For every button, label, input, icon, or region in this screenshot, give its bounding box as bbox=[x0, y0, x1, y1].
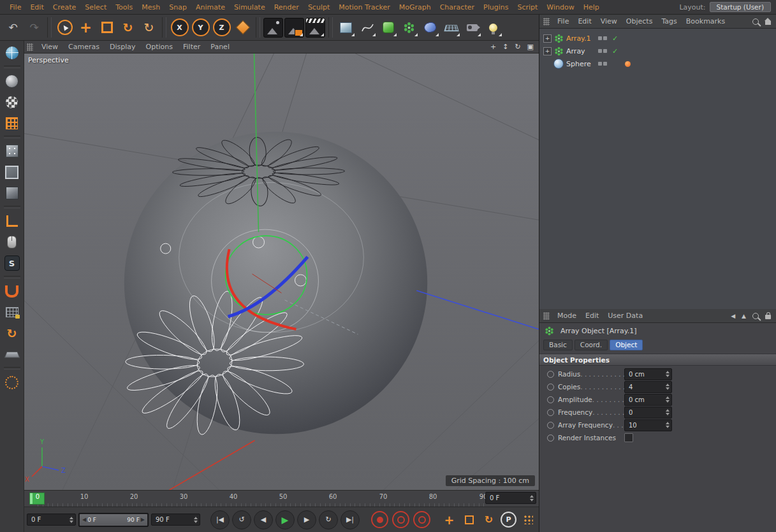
grip-icon[interactable] bbox=[543, 312, 550, 320]
object-properties-header[interactable]: Object Properties bbox=[539, 354, 776, 366]
viewport-canvas[interactable]: Y Z X bbox=[24, 54, 539, 490]
camera-label[interactable]: Perspective bbox=[28, 56, 69, 64]
texture-mode-button[interactable] bbox=[3, 93, 21, 111]
editor-visibility-dot[interactable] bbox=[598, 62, 602, 66]
interactive-render-region-button[interactable] bbox=[3, 373, 21, 391]
object-name[interactable]: Sphere bbox=[566, 60, 591, 68]
key-pla-toggle[interactable] bbox=[520, 512, 537, 528]
menu-character[interactable]: Character bbox=[436, 1, 479, 13]
next-key-button[interactable]: ↻ bbox=[319, 510, 338, 529]
goto-start-button[interactable]: |◀ bbox=[210, 510, 230, 529]
om-menu-edit[interactable]: Edit bbox=[573, 16, 596, 27]
z-axis-lock-button[interactable]: Z bbox=[212, 18, 231, 38]
sphere-object[interactable] bbox=[124, 132, 427, 435]
array-generator-button[interactable] bbox=[399, 18, 419, 38]
current-frame-field[interactable]: 0 F bbox=[27, 514, 76, 526]
expand-icon[interactable]: + bbox=[543, 47, 552, 55]
viewport-menu-panel[interactable]: Panel bbox=[205, 41, 235, 52]
spinner-arrows-icon[interactable] bbox=[530, 495, 534, 501]
range-right-arrow-icon[interactable]: ▶ bbox=[141, 517, 145, 522]
enabled-check-icon[interactable]: ✓ bbox=[612, 47, 618, 55]
tag-orange-dot-icon[interactable] bbox=[625, 61, 631, 67]
om-menu-bookmarks[interactable]: Bookmarks bbox=[682, 16, 729, 27]
history-back-icon[interactable]: ◀ bbox=[731, 313, 735, 319]
menu-window[interactable]: Window bbox=[542, 1, 578, 13]
animation-dot-icon[interactable] bbox=[547, 371, 554, 378]
coordinate-system-button[interactable] bbox=[233, 18, 253, 38]
grip-icon[interactable] bbox=[543, 18, 550, 25]
animation-dot-icon[interactable] bbox=[547, 409, 554, 416]
array-frequency-field[interactable]: 10 bbox=[624, 419, 672, 431]
range-left-arrow-icon[interactable]: ◀ bbox=[82, 517, 86, 522]
pan-view-icon[interactable]: + bbox=[490, 43, 496, 51]
search-icon[interactable] bbox=[752, 313, 759, 319]
key-scale-toggle[interactable] bbox=[460, 512, 478, 528]
render-visibility-dot[interactable] bbox=[603, 49, 607, 53]
menu-animate[interactable]: Animate bbox=[191, 1, 230, 13]
am-menu-userdata[interactable]: User Data bbox=[603, 310, 647, 321]
menu-plugins[interactable]: Plugins bbox=[479, 1, 513, 13]
visibility-toggles[interactable]: ✓ bbox=[598, 34, 618, 43]
plane-mode-button[interactable] bbox=[3, 345, 21, 363]
sds-weight-button[interactable]: S bbox=[3, 254, 21, 272]
workplane-mode-button[interactable] bbox=[3, 114, 21, 132]
spinner-arrows-icon[interactable] bbox=[666, 409, 670, 415]
lock-icon[interactable] bbox=[765, 315, 771, 319]
axis-mode-button[interactable] bbox=[3, 212, 21, 230]
key-rotation-toggle[interactable]: ↻ bbox=[480, 512, 497, 528]
tab-coord[interactable]: Coord. bbox=[575, 340, 608, 350]
content-browser-button[interactable] bbox=[3, 44, 21, 62]
menu-sculpt[interactable]: Sculpt bbox=[304, 1, 334, 13]
om-menu-file[interactable]: File bbox=[553, 16, 573, 27]
autokey-button[interactable] bbox=[392, 511, 409, 528]
menu-mesh[interactable]: Mesh bbox=[137, 1, 165, 13]
visibility-toggles[interactable]: ✓ bbox=[598, 47, 618, 55]
tab-basic[interactable]: Basic bbox=[543, 340, 573, 350]
editor-visibility-dot[interactable] bbox=[598, 49, 602, 53]
viewport-menu-options[interactable]: Options bbox=[141, 41, 178, 52]
camera-button[interactable] bbox=[462, 18, 482, 38]
render-settings-button[interactable] bbox=[305, 18, 325, 38]
parent-up-icon[interactable]: ▲ bbox=[742, 313, 746, 319]
rotate-workplane-button[interactable]: ↻ bbox=[3, 324, 21, 342]
expand-icon[interactable]: + bbox=[543, 34, 552, 43]
render-visibility-dot[interactable] bbox=[603, 62, 607, 66]
polygons-mode-button[interactable] bbox=[3, 184, 21, 202]
end-frame-field[interactable]: 90 F bbox=[151, 514, 200, 526]
rotate-view-icon[interactable]: ↻ bbox=[515, 43, 520, 51]
zoom-view-icon[interactable]: ↕ bbox=[502, 43, 508, 51]
light-button[interactable] bbox=[483, 18, 503, 38]
render-picture-viewer-button[interactable] bbox=[284, 18, 304, 38]
goto-end-button[interactable]: ▶| bbox=[340, 510, 360, 529]
edges-mode-button[interactable] bbox=[3, 163, 21, 181]
snap-button[interactable] bbox=[3, 282, 21, 300]
undo-button[interactable]: ↶ bbox=[3, 18, 23, 38]
spinner-arrows-icon[interactable] bbox=[666, 384, 670, 390]
render-view-button[interactable] bbox=[263, 18, 283, 38]
radius-field[interactable]: 0 cm bbox=[624, 368, 672, 380]
menu-script[interactable]: Script bbox=[513, 1, 542, 13]
amplitude-field[interactable]: 0 cm bbox=[624, 394, 672, 406]
copies-field[interactable]: 4 bbox=[624, 381, 672, 393]
grip-icon[interactable] bbox=[27, 43, 33, 51]
y-axis-lock-button[interactable]: Y bbox=[191, 18, 210, 38]
rotate-tool-button[interactable]: ↻ bbox=[118, 18, 138, 38]
spline-pen-button[interactable] bbox=[357, 18, 377, 38]
toggle-view-icon[interactable]: ▣ bbox=[527, 43, 534, 51]
viewport-3d[interactable]: Y Z X Perspective Grid Spacing : 100 cm bbox=[24, 54, 539, 490]
key-parameter-toggle[interactable]: P bbox=[500, 512, 517, 528]
menu-motion-tracker[interactable]: Motion Tracker bbox=[334, 1, 394, 13]
object-name[interactable]: Array.1 bbox=[566, 34, 591, 43]
home-icon[interactable] bbox=[765, 21, 771, 25]
last-tool-button[interactable]: ↻ bbox=[139, 18, 159, 38]
record-keyframe-button[interactable] bbox=[371, 511, 388, 528]
frame-range-slider[interactable]: ◀0 F90 F▶ bbox=[78, 513, 149, 527]
menu-help[interactable]: Help bbox=[579, 1, 604, 13]
tab-object[interactable]: Object bbox=[610, 340, 643, 350]
animation-dot-icon[interactable] bbox=[547, 435, 554, 442]
layout-selector[interactable]: Startup (User) bbox=[710, 2, 771, 12]
scale-tool-button[interactable] bbox=[97, 18, 117, 38]
redo-button[interactable]: ↷ bbox=[24, 18, 44, 38]
viewport-filter-button[interactable] bbox=[3, 233, 21, 251]
move-tool-button[interactable]: + bbox=[76, 18, 96, 38]
